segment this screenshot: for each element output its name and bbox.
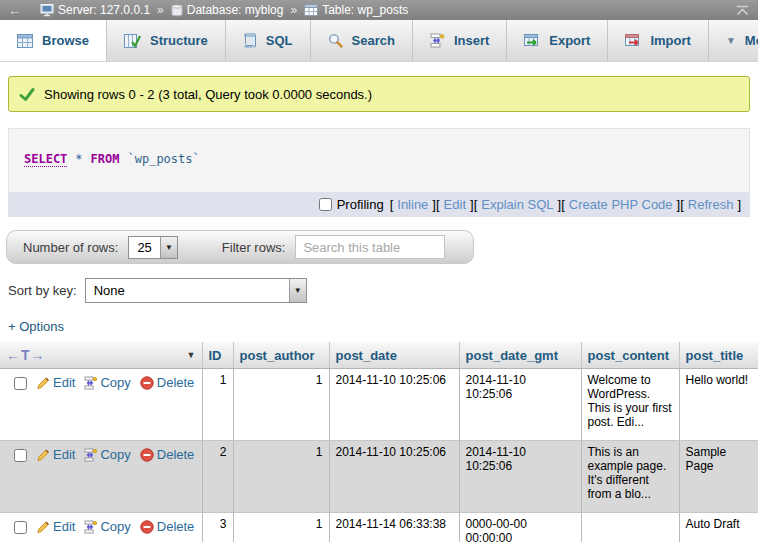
- chevron-down-icon: ▼: [726, 35, 736, 46]
- delete-row-link[interactable]: Delete: [140, 447, 195, 462]
- delete-label: Delete: [157, 375, 195, 390]
- sql-footer-bar: Profiling [Inline] [Edit] [Explain SQL] …: [9, 192, 749, 216]
- explain-sql-link[interactable]: Explain SQL: [481, 197, 553, 212]
- tab-bar: Browse Structure SQL Search Insert Expor…: [0, 20, 758, 62]
- success-check-icon: [19, 87, 35, 102]
- pencil-icon: [36, 520, 50, 534]
- number-of-rows-label: Number of rows:: [23, 240, 118, 255]
- select-arrow-icon: ▼: [289, 279, 306, 302]
- edit-row-link[interactable]: Edit: [36, 375, 75, 390]
- breadcrumb-database[interactable]: Database: myblog: [171, 3, 284, 17]
- sql-query-box: SELECT*FROM`wp_posts` Profiling [Inline]…: [8, 128, 750, 217]
- cell-post-author: 1: [233, 441, 329, 513]
- delete-row-link[interactable]: Delete: [140, 375, 195, 390]
- row-checkbox[interactable]: [14, 377, 27, 390]
- cell-post-content: This is an example page. It's different …: [581, 441, 679, 513]
- row-checkbox[interactable]: [14, 449, 27, 462]
- edit-row-link[interactable]: Edit: [36, 519, 75, 534]
- copy-row-link[interactable]: Copy: [84, 375, 130, 390]
- results-header-row: ←T→ ▼ ID post_author post_date post_date…: [0, 342, 758, 369]
- tab-insert[interactable]: Insert: [413, 20, 507, 61]
- results-table: ←T→ ▼ ID post_author post_date post_date…: [0, 342, 758, 542]
- tab-import[interactable]: Import: [608, 20, 708, 61]
- tab-export[interactable]: Export: [507, 20, 608, 61]
- header-post-author[interactable]: post_author: [233, 342, 329, 369]
- cell-post-author: 1: [233, 513, 329, 542]
- delete-icon: [140, 448, 154, 462]
- bracket: [: [436, 197, 440, 212]
- tab-sql-label: SQL: [266, 33, 293, 48]
- profiling-label: Profiling: [337, 197, 384, 212]
- table-row: Edit Copy Delete 1 1 2014-11-10 10:25:06…: [0, 369, 758, 441]
- breadcrumb-server[interactable]: Server: 127.0.0.1: [40, 3, 150, 17]
- profiling-checkbox[interactable]: [319, 198, 332, 211]
- cell-post-date: 2014-11-14 06:33:38: [329, 513, 459, 542]
- create-php-code-link[interactable]: Create PHP Code: [569, 197, 673, 212]
- cell-post-date-gmt: 0000-00-00 00:00:00: [459, 513, 581, 542]
- tab-structure-label: Structure: [150, 33, 208, 48]
- breadcrumb-table[interactable]: Table: wp_posts: [304, 3, 408, 17]
- bracket: [: [561, 197, 565, 212]
- sql-table-identifier: `wp_posts`: [128, 152, 200, 166]
- header-id[interactable]: ID: [202, 342, 233, 369]
- sort-by-key-row: Sort by key: None ▼: [8, 278, 758, 303]
- copy-icon: [84, 520, 97, 534]
- tab-search-label: Search: [352, 33, 395, 48]
- tab-search[interactable]: Search: [311, 20, 413, 61]
- filter-rows-label: Filter rows:: [222, 240, 286, 255]
- filter-search-input[interactable]: [295, 235, 445, 259]
- sort-by-key-label: Sort by key:: [8, 283, 77, 298]
- copy-row-link[interactable]: Copy: [84, 447, 130, 462]
- sql-keyword-select[interactable]: SELECT: [24, 152, 67, 166]
- header-post-content[interactable]: post_content: [581, 342, 679, 369]
- back-arrow-icon[interactable]: ←: [8, 3, 21, 18]
- edit-row-link[interactable]: Edit: [36, 447, 75, 462]
- table-icon: [304, 4, 318, 16]
- table-row: Edit Copy Delete 2 1 2014-11-10 10:25:06…: [0, 441, 758, 513]
- edit-query-link[interactable]: Edit: [444, 197, 466, 212]
- tab-insert-label: Insert: [454, 33, 489, 48]
- delete-label: Delete: [157, 519, 195, 534]
- tab-sql[interactable]: SQL: [226, 20, 311, 61]
- sql-star: *: [75, 152, 82, 166]
- header-post-title[interactable]: post_title: [679, 342, 758, 369]
- header-post-date-gmt[interactable]: post_date_gmt: [459, 342, 581, 369]
- actions-header-cell: ←T→ ▼: [0, 342, 202, 369]
- edit-label: Edit: [53, 519, 75, 534]
- options-toggle-link[interactable]: + Options: [8, 319, 78, 334]
- copy-icon: [84, 376, 97, 390]
- column-options-caret-icon[interactable]: ▼: [187, 350, 196, 360]
- cell-post-date-gmt: 2014-11-10 10:25:06: [459, 441, 581, 513]
- scroll-to-top-icon[interactable]: [735, 5, 750, 16]
- cell-post-title: Auto Draft: [679, 513, 758, 542]
- breadcrumb-server-label: Server: 127.0.0.1: [58, 3, 150, 17]
- breadcrumb-bar: ← Server: 127.0.0.1 » Database: myblog »…: [0, 0, 758, 20]
- copy-row-link[interactable]: Copy: [84, 519, 130, 534]
- copy-label: Copy: [100, 375, 130, 390]
- browse-icon: [17, 34, 33, 48]
- sort-by-key-select[interactable]: None ▼: [85, 278, 307, 303]
- header-post-date[interactable]: post_date: [329, 342, 459, 369]
- pencil-icon: [36, 376, 50, 390]
- row-checkbox[interactable]: [14, 521, 27, 534]
- sql-icon: [243, 33, 257, 48]
- tab-more[interactable]: ▼ More: [709, 20, 758, 61]
- delete-label: Delete: [157, 447, 195, 462]
- tab-browse[interactable]: Browse: [0, 20, 107, 61]
- delete-row-link[interactable]: Delete: [140, 519, 195, 534]
- search-icon: [328, 33, 343, 48]
- rows-filter-bar: Number of rows: 25 ▼ Filter rows:: [6, 230, 474, 264]
- copy-label: Copy: [100, 519, 130, 534]
- delete-icon: [140, 520, 154, 534]
- breadcrumb-database-label: Database: myblog: [187, 3, 284, 17]
- inline-link[interactable]: Inline: [397, 197, 428, 212]
- sql-keyword-from: FROM: [91, 152, 120, 166]
- cell-post-content: [581, 513, 679, 542]
- sql-query-text: SELECT*FROM`wp_posts`: [9, 129, 749, 192]
- transpose-icon[interactable]: ←T→: [6, 347, 46, 363]
- number-of-rows-select[interactable]: 25 ▼: [128, 236, 177, 259]
- refresh-link[interactable]: Refresh: [688, 197, 734, 212]
- cell-post-title: Sample Page: [679, 441, 758, 513]
- database-icon: [171, 4, 183, 17]
- tab-structure[interactable]: Structure: [107, 20, 226, 61]
